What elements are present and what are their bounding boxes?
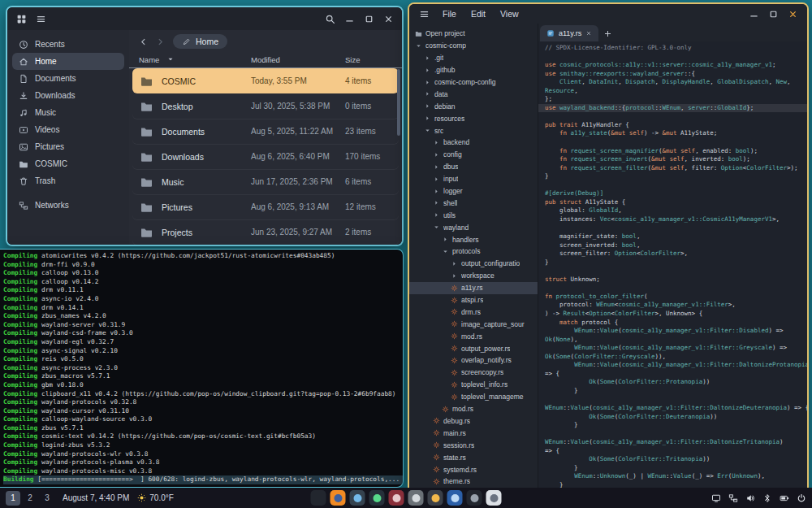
tree-item-screencopy-rs[interactable]: screencopy.rs: [409, 367, 538, 379]
tree-item-input[interactable]: input: [409, 173, 538, 185]
tree-item-atspi-rs[interactable]: atspi.rs: [409, 294, 538, 306]
scrollbar-thumb[interactable]: [397, 69, 400, 136]
weather-applet[interactable]: 70.0°F: [137, 493, 174, 502]
tree-item--git[interactable]: .git: [409, 52, 538, 64]
tree-item-wayland[interactable]: wayland: [409, 221, 538, 233]
battery-button[interactable]: [780, 493, 789, 503]
tree-item-backend[interactable]: backend: [409, 137, 538, 149]
tree-item-drm-rs[interactable]: drm.rs: [409, 306, 538, 318]
tree-item-image-capture-sour[interactable]: image_capture_sour: [409, 318, 538, 330]
tree-item-workspace[interactable]: workspace: [409, 270, 538, 282]
editor-menu-button[interactable]: [415, 5, 433, 23]
tree-item--github[interactable]: .github: [409, 64, 538, 76]
sidebar-item-recents[interactable]: Recents: [12, 36, 124, 53]
app-launcher-icon[interactable]: [311, 490, 326, 506]
file-row-downloads[interactable]: DownloadsAug 6, 2025, 6:40 PM170 items: [132, 144, 399, 169]
tab-close-icon[interactable]: [585, 30, 592, 37]
column-name[interactable]: Name: [139, 55, 251, 64]
workspace-1[interactable]: 1: [6, 491, 20, 506]
tree-item-debian[interactable]: debian: [409, 100, 538, 112]
tab-a11y-rs[interactable]: a11y.rs: [540, 25, 598, 41]
sidebar-item-music[interactable]: Music: [12, 104, 124, 121]
file-row-desktop[interactable]: DesktopJul 30, 2025, 5:38 PM0 items: [132, 93, 399, 119]
tree-item-session-rs[interactable]: session.rs: [409, 439, 538, 451]
power-button[interactable]: [797, 493, 806, 503]
tree-item-mod-rs[interactable]: mod.rs: [409, 403, 538, 415]
sidebar-item-networks[interactable]: Networks: [12, 197, 124, 214]
tree-item-shell[interactable]: shell: [409, 197, 538, 209]
terminal-app-icon[interactable]: [369, 490, 385, 506]
tree-item-a11y-rs[interactable]: a11y.rs: [409, 282, 538, 294]
terminal-output[interactable]: Compiling atomicwrites v0.4.2 (https://g…: [0, 250, 403, 487]
tree-item-handlers[interactable]: handlers: [409, 233, 538, 245]
network-button[interactable]: [728, 493, 738, 503]
tree-item-mod-rs[interactable]: mod.rs: [409, 330, 538, 342]
maximize-button[interactable]: [764, 5, 782, 23]
code-area[interactable]: // SPDX-License-Identifier: GPL-3.0-only…: [538, 41, 807, 500]
file-row-music[interactable]: MusicJun 17, 2025, 2:36 PM6 items: [132, 169, 399, 194]
file-row-documents[interactable]: DocumentsAug 5, 2025, 11:22 AM23 items: [132, 119, 399, 144]
system-monitor-icon[interactable]: [467, 490, 482, 506]
sidebar-item-videos[interactable]: Videos: [12, 121, 124, 138]
firefox-icon[interactable]: [330, 490, 346, 506]
tree-item-cosmic-comp[interactable]: cosmic-comp: [409, 40, 538, 52]
app-menu-button[interactable]: [32, 10, 50, 28]
minimize-button[interactable]: [745, 5, 762, 23]
new-tab-button[interactable]: [600, 25, 615, 41]
tree-item-data[interactable]: data: [409, 88, 538, 100]
sidebar-item-trash[interactable]: Trash: [12, 172, 124, 189]
media-app-icon[interactable]: [389, 490, 404, 506]
tree-item-utils[interactable]: utils: [409, 209, 538, 221]
menu-file[interactable]: File: [436, 7, 463, 20]
text-editor-app-icon[interactable]: [486, 490, 502, 506]
tree-item-cosmic-comp-config[interactable]: cosmic-comp-config: [409, 76, 538, 89]
files-titlebar[interactable]: [7, 7, 402, 30]
files-scrollbar[interactable]: [397, 69, 400, 246]
clock-applet[interactable]: August 7, 4:40 PM: [63, 493, 129, 502]
view-grid-button[interactable]: [12, 10, 30, 28]
minimize-button[interactable]: [340, 10, 358, 28]
workspace-2[interactable]: 2: [23, 491, 37, 506]
tree-item-resources[interactable]: resources: [409, 112, 538, 124]
workspace-3[interactable]: 3: [40, 491, 54, 506]
bluetooth-button[interactable]: [762, 493, 772, 503]
sidebar-item-cosmic[interactable]: COSMIC: [12, 155, 124, 172]
tree-item-main-rs[interactable]: main.rs: [409, 427, 538, 439]
maximize-button[interactable]: [360, 10, 378, 28]
tree-item-debug-rs[interactable]: debug.rs: [409, 415, 538, 428]
file-row-pictures[interactable]: PicturesAug 6, 2025, 9:13 AM12 items: [132, 194, 399, 219]
close-button[interactable]: [379, 10, 397, 28]
tree-item-open-project[interactable]: Open project: [409, 28, 538, 40]
tree-item-protocols[interactable]: protocols: [409, 245, 538, 258]
app-store-icon[interactable]: [350, 490, 365, 506]
search-button[interactable]: [321, 10, 339, 28]
sidebar-item-downloads[interactable]: Downloads: [12, 87, 124, 104]
tree-item-theme-rs[interactable]: theme.rs: [409, 475, 538, 488]
close-button[interactable]: [784, 5, 801, 23]
tree-item-logger[interactable]: logger: [409, 185, 538, 198]
menu-edit[interactable]: Edit: [464, 7, 492, 20]
tree-item-toplevel-manageme[interactable]: toplevel_manageme: [409, 391, 538, 403]
settings-app-icon[interactable]: [408, 490, 424, 506]
tree-item-toplevel-info-rs[interactable]: toplevel_info.rs: [409, 379, 538, 391]
column-modified[interactable]: Modified: [251, 55, 345, 64]
tree-item-dbus[interactable]: dbus: [409, 161, 538, 173]
web-app-icon[interactable]: [447, 490, 463, 506]
files-app-icon[interactable]: [428, 490, 443, 506]
tree-item-output-configuratio[interactable]: output_configuratio: [409, 258, 538, 270]
file-row-projects[interactable]: ProjectsJun 23, 2025, 9:27 AM2 items: [132, 219, 399, 245]
sidebar-item-home[interactable]: Home: [12, 53, 124, 70]
tree-item-state-rs[interactable]: state.rs: [409, 451, 538, 463]
location-pill[interactable]: Home: [173, 34, 227, 49]
sidebar-item-pictures[interactable]: Pictures: [12, 138, 124, 155]
back-button[interactable]: [136, 34, 150, 49]
forward-button[interactable]: [153, 34, 167, 49]
tree-item-config[interactable]: config: [409, 149, 538, 161]
sidebar-item-documents[interactable]: Documents: [12, 70, 124, 87]
display-button[interactable]: [711, 493, 721, 503]
file-row-cosmic[interactable]: COSMICToday, 3:55 PM4 items: [132, 68, 399, 93]
tree-item-output-power-rs[interactable]: output_power.rs: [409, 342, 538, 354]
tree-item-overlap-notify-rs[interactable]: overlap_notify.rs: [409, 354, 538, 367]
menu-view[interactable]: View: [494, 7, 525, 20]
column-size[interactable]: Size: [345, 55, 392, 64]
